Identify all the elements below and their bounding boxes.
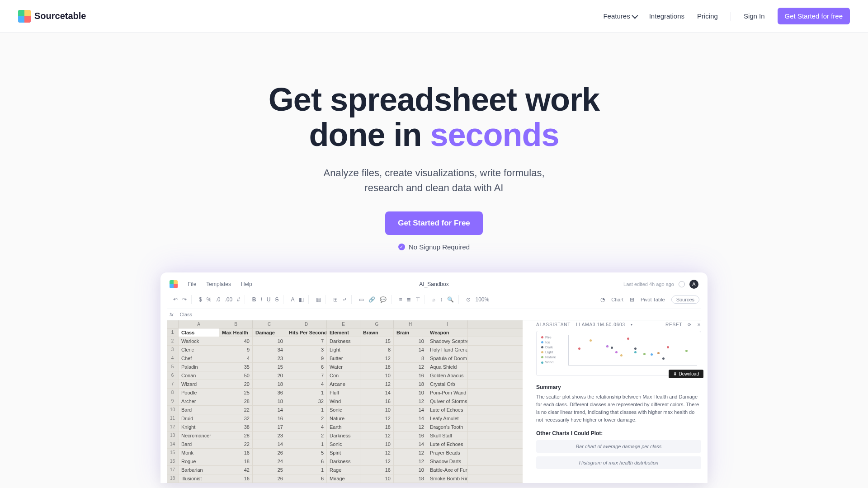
cell-damage[interactable]: 36 xyxy=(253,389,286,397)
cell-weapon[interactable]: Crystal Orb xyxy=(427,380,468,388)
redo-icon[interactable]: ↷ xyxy=(182,296,187,303)
row-number[interactable]: 18 xyxy=(167,474,179,483)
cell-element[interactable]: Light xyxy=(327,346,360,354)
cell-element[interactable]: Arcane xyxy=(327,380,360,388)
border-icon[interactable]: ▦ xyxy=(316,296,321,303)
row-number[interactable]: 6 xyxy=(167,371,179,380)
row-number[interactable]: 1 xyxy=(167,328,179,337)
cell-weapon[interactable]: Lute of Echoes xyxy=(427,440,468,448)
search-icon[interactable]: 🔍 xyxy=(447,296,454,303)
table-row[interactable]: 8Poodle25361Fluff1410Pom-Pom Wand xyxy=(167,389,523,397)
cell-element[interactable]: Water xyxy=(327,363,360,371)
cell-brawn[interactable]: 12 xyxy=(360,457,394,465)
cell-weapon[interactable]: Holy Hand Grenade xyxy=(427,346,468,354)
cell-damage[interactable]: 14 xyxy=(253,440,286,448)
cell-damage[interactable]: 34 xyxy=(253,346,286,354)
fill-color-icon[interactable]: ◧ xyxy=(299,296,304,303)
cell-hps[interactable]: 1 xyxy=(286,466,327,474)
cell-element[interactable]: Rage xyxy=(327,466,360,474)
cell-maxhealth[interactable]: 16 xyxy=(219,449,253,457)
cell-brain[interactable]: 18 xyxy=(394,380,427,388)
ai-refresh-icon[interactable]: ⟳ xyxy=(688,322,692,327)
cell-class[interactable]: Chef xyxy=(179,354,219,362)
table-row[interactable]: 13Necromancer28232Darkness1216Skull Staf… xyxy=(167,432,523,440)
decimal-inc-icon[interactable]: .00 xyxy=(225,296,232,303)
cell-class[interactable]: Conan xyxy=(179,371,219,380)
cell-brain[interactable]: 16 xyxy=(394,371,427,380)
row-number[interactable]: 13 xyxy=(167,432,179,440)
column-header[interactable]: Weapon xyxy=(427,328,468,337)
row-number[interactable]: 5 xyxy=(167,363,179,371)
cell-brain[interactable]: 12 xyxy=(394,423,427,431)
cell-brain[interactable]: 14 xyxy=(394,406,427,414)
cell-maxhealth[interactable]: 4 xyxy=(219,354,253,362)
cell-hps[interactable]: 1 xyxy=(286,389,327,397)
hash-icon[interactable]: # xyxy=(237,296,240,303)
cell-class[interactable]: Illusionist xyxy=(179,474,219,483)
toolbar-chart[interactable]: Chart xyxy=(611,297,623,302)
nav-pricing[interactable]: Pricing xyxy=(697,12,718,20)
cell-class[interactable]: Bard xyxy=(179,440,219,448)
cell-element[interactable]: Earth xyxy=(327,423,360,431)
cell-damage[interactable]: 23 xyxy=(253,432,286,440)
brand-logo[interactable]: Sourcetable xyxy=(18,10,86,23)
cell-maxhealth[interactable]: 28 xyxy=(219,432,253,440)
row-number[interactable]: 4 xyxy=(167,354,179,362)
cell-maxhealth[interactable]: 35 xyxy=(219,363,253,371)
cell-maxhealth[interactable]: 9 xyxy=(219,346,253,354)
zoom-icon[interactable]: ⊙ xyxy=(466,296,471,303)
ai-model[interactable]: LLAMA3.1M-50-0603 xyxy=(576,322,625,327)
italic-icon[interactable]: I xyxy=(260,296,262,303)
bold-icon[interactable]: B xyxy=(252,296,256,303)
cell-weapon[interactable]: Battle-Axe of Fury xyxy=(427,466,468,474)
table-row[interactable]: 3Cleric9343Light814Holy Hand Grenade xyxy=(167,346,523,354)
column-header[interactable]: Brawn xyxy=(360,328,394,337)
cell-brawn[interactable]: 12 xyxy=(360,432,394,440)
table-row[interactable]: 12Knight38174Earth1812Dragon's Tooth xyxy=(167,423,523,432)
cell-brain[interactable]: 14 xyxy=(394,440,427,448)
nav-signin[interactable]: Sign In xyxy=(744,12,765,20)
cell-weapon[interactable]: Prayer Beads xyxy=(427,449,468,457)
cell-class[interactable]: Knight xyxy=(179,423,219,431)
chart-icon[interactable]: ◔ xyxy=(600,296,605,303)
cell-class[interactable]: Druid xyxy=(179,414,219,422)
row-number[interactable]: 17 xyxy=(167,466,179,474)
table-row[interactable]: 9Archer281832Wind1612Quiver of Storms xyxy=(167,397,523,406)
row-number[interactable]: 14 xyxy=(167,440,179,448)
undo-icon[interactable]: ↶ xyxy=(173,296,178,303)
cell-brain[interactable]: 10 xyxy=(394,466,427,474)
table-row[interactable]: 14Bard22141Sonic1014Lute of Echoes xyxy=(167,440,523,449)
cell-class[interactable]: Necromancer xyxy=(179,432,219,440)
cell-brain[interactable]: 14 xyxy=(394,346,427,354)
cell-brawn[interactable]: 18 xyxy=(360,363,394,371)
table-row[interactable]: 10Bard22141Sonic1014Lute of Echoes xyxy=(167,406,523,414)
row-number[interactable]: 9 xyxy=(167,397,179,405)
cell-weapon[interactable]: Lute of Echoes xyxy=(427,406,468,414)
table-row[interactable]: 7Wizard20184Arcane1218Crystal Orb xyxy=(167,380,523,389)
cell-hps[interactable]: 4 xyxy=(286,380,327,388)
row-number[interactable]: 8 xyxy=(167,389,179,397)
table-row[interactable]: 17Barbarian42251Rage1610Battle-Axe of Fu… xyxy=(167,466,523,474)
align-left-icon[interactable]: ≡ xyxy=(399,296,402,303)
cell-brain[interactable]: 12 xyxy=(394,457,427,465)
cell-class[interactable]: Rogue xyxy=(179,457,219,465)
cell-brain[interactable]: 12 xyxy=(394,363,427,371)
cell-brain[interactable]: 12 xyxy=(394,397,427,405)
cell-class[interactable]: Barbarian xyxy=(179,466,219,474)
spreadsheet[interactable]: ABCDEGHI 1ClassMax HealthDamageHits Per … xyxy=(167,320,523,483)
nav-cta-button[interactable]: Get Started for free xyxy=(778,8,850,24)
column-header[interactable]: Max Health xyxy=(219,328,253,337)
cell-element[interactable]: Mirage xyxy=(327,474,360,483)
cell-brawn[interactable]: 10 xyxy=(360,406,394,414)
fx-cell[interactable]: Class xyxy=(180,312,193,317)
column-letter[interactable]: H xyxy=(394,320,427,328)
filter-icon[interactable]: ⌕ xyxy=(432,296,435,303)
column-letter[interactable]: I xyxy=(427,320,468,328)
download-button[interactable]: ⬇ Download xyxy=(669,370,703,378)
cell-maxhealth[interactable]: 38 xyxy=(219,423,253,431)
cell-hps[interactable]: 6 xyxy=(286,457,327,465)
cell-weapon[interactable]: Shadow Darts xyxy=(427,457,468,465)
cell-brawn[interactable]: 16 xyxy=(360,466,394,474)
column-letter[interactable]: G xyxy=(360,320,394,328)
cell-weapon[interactable]: Quiver of Storms xyxy=(427,397,468,405)
